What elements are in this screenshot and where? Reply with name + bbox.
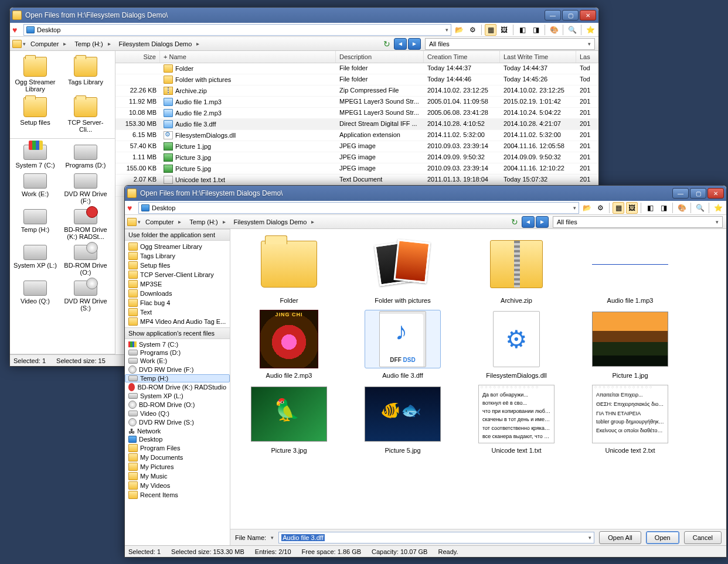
favorite-icon[interactable]: ♥	[12, 25, 22, 35]
thumb-item[interactable]: Απαιτείται Επιχειρ...ΘΕΣΗ: Επιχειρησιακό…	[577, 385, 683, 454]
table-row[interactable]: FolderFile folderToday 14:44:37Today 14:…	[115, 63, 598, 74]
quick-folder-item[interactable]: Tags Library	[60, 54, 111, 95]
search-icon[interactable]: 🔍	[694, 202, 706, 214]
drive-item[interactable]: BD-ROM Drive (K:) RADSt...	[60, 207, 111, 242]
tree-item[interactable]: Tags Library	[125, 251, 230, 261]
refresh-icon[interactable]: ↻	[508, 216, 521, 228]
places-item[interactable]: My Videos	[125, 481, 230, 490]
close-button[interactable]: ✕	[580, 10, 596, 20]
quick-folder-item[interactable]: Ogg Streamer Library	[10, 54, 60, 95]
chevron-down-icon[interactable]: ▾	[573, 205, 576, 211]
open-folder-icon[interactable]: 📂	[453, 24, 465, 36]
filename-input[interactable]: Audio file 3.dff ▾	[278, 532, 594, 544]
color-icon[interactable]: 🎨	[548, 24, 560, 36]
nav-fwd-button[interactable]: ►	[408, 38, 421, 50]
crumb-temp[interactable]: Temp (H:)	[186, 217, 229, 227]
maximize-button[interactable]: ▢	[690, 188, 706, 199]
tree-item[interactable]: MP3SE	[125, 279, 230, 289]
places-item[interactable]: Recent Items	[125, 490, 230, 500]
file-filter-combo[interactable]: All files ▾	[425, 38, 595, 50]
path-combo[interactable]: Desktop ▾	[23, 24, 451, 36]
places-item[interactable]: Video (Q:)	[125, 409, 230, 418]
gear-icon[interactable]: ⚙	[594, 202, 606, 214]
quick-folder-item[interactable]: TCP Server-Cli...	[60, 95, 111, 135]
thumb-item[interactable]: Folder with pictures	[350, 235, 455, 304]
minimize-button[interactable]: —	[545, 10, 561, 20]
tree-item[interactable]: MP4 Video And Audio Tag E...	[125, 317, 230, 326]
places-item[interactable]: My Pictures	[125, 462, 230, 471]
file-filter-combo[interactable]: All files ▾	[553, 216, 723, 228]
titlebar[interactable]: Open Files from H:\Filesystem Dialogs De…	[125, 186, 726, 201]
drive-item[interactable]: System XP (L:)	[10, 242, 60, 278]
places-item[interactable]: 🖧Network	[125, 427, 230, 435]
panel1-icon[interactable]: ◧	[516, 24, 528, 36]
places-item[interactable]: My Music	[125, 471, 230, 481]
thumb-item[interactable]: Audio file 1.mp3	[577, 235, 683, 304]
search-icon[interactable]: 🔍	[566, 24, 578, 36]
thumb-item[interactable]: ⚙FilesystemDialogs.dll	[464, 310, 569, 379]
view-details-icon[interactable]: ▦	[485, 24, 496, 36]
thumb-item[interactable]: Picture 5.jpg	[350, 385, 455, 454]
places-item[interactable]: Program Files	[125, 443, 230, 453]
cancel-button[interactable]: Cancel	[684, 531, 722, 544]
table-row[interactable]: 22.26 KBArchive.zipZip Compressed File20…	[115, 86, 598, 97]
open-button[interactable]: Open	[646, 531, 679, 544]
places-item[interactable]: Temp (H:)	[125, 374, 230, 382]
crumb-temp[interactable]: Temp (H:)	[71, 39, 114, 49]
thumbnail-grid[interactable]: FolderFolder with picturesArchive.zipAud…	[230, 229, 726, 529]
panel2-icon[interactable]: ◨	[530, 24, 542, 36]
places-item[interactable]: My Documents	[125, 453, 230, 462]
thumb-item[interactable]: Picture 1.jpg	[577, 310, 683, 379]
pane-header-app-folder[interactable]: Use folder the application sent	[125, 229, 230, 241]
table-row[interactable]: 155.00 KBPicture 5.jpgJPEG image2010.09.…	[115, 163, 598, 175]
star-icon[interactable]: ⭐	[712, 202, 724, 214]
thumb-item[interactable]: Picture 3.jpg	[236, 385, 342, 454]
places-item[interactable]: System XP (L:)	[125, 392, 230, 400]
drive-item[interactable]: Video (Q:)	[10, 278, 60, 314]
col-lastaccess[interactable]: Las	[576, 51, 598, 63]
crumb-folder[interactable]: Filesystem Dialogs Demo	[230, 217, 318, 227]
crumb-folder[interactable]: Filesystem Dialogs Demo	[115, 39, 203, 49]
thumb-item[interactable]: Да вот обнаружи...воткнул её в сво...что…	[464, 385, 569, 454]
drive-item[interactable]: System 7 (C:)	[10, 142, 60, 171]
table-row[interactable]: 6.15 MBFilesystemDialogs.dllApplication …	[115, 130, 598, 141]
col-size[interactable]: Size	[115, 51, 160, 63]
tree-item[interactable]: Text	[125, 307, 230, 317]
table-row[interactable]: 10.08 MBAudio file 2.mp3MPEG1 Layer3 Sou…	[115, 108, 598, 119]
minimize-button[interactable]: —	[672, 188, 689, 199]
table-row[interactable]: 153.30 MBAudio file 3.dffDirect Stream D…	[115, 119, 598, 130]
chevron-down-icon[interactable]: ▾	[445, 27, 448, 33]
places-item[interactable]: BD-ROM Drive (K:) RADStudio	[125, 382, 230, 392]
places-item[interactable]: Work (E:)	[125, 357, 230, 365]
drive-item[interactable]: DVD RW Drive (F:)	[60, 171, 111, 207]
col-lastwrite[interactable]: Last Write Time	[500, 51, 576, 63]
places-item[interactable]: DVD RW Drive (F:)	[125, 365, 230, 374]
col-desc[interactable]: Description	[336, 51, 424, 63]
drive-item[interactable]: BD-ROM Drive (O:)	[60, 242, 111, 278]
refresh-icon[interactable]: ↻	[380, 38, 393, 50]
crumb-computer[interactable]: Computer	[142, 217, 185, 227]
color-icon[interactable]: 🎨	[676, 202, 688, 214]
star-icon[interactable]: ⭐	[584, 24, 596, 36]
maximize-button[interactable]: ▢	[562, 10, 579, 20]
nav-fwd-button[interactable]: ►	[536, 216, 549, 228]
table-row[interactable]: 1.11 MBPicture 3.jpgJPEG image2014.09.09…	[115, 152, 598, 163]
column-headers[interactable]: Size + Name Description Creation Time La…	[115, 51, 598, 63]
drive-item[interactable]: Work (E:)	[10, 171, 60, 207]
panel2-icon[interactable]: ◨	[658, 202, 669, 214]
pane-header-recent[interactable]: Show application's recent files	[125, 327, 230, 339]
places-item[interactable]: Desktop	[125, 435, 230, 443]
table-row[interactable]: 11.92 MBAudio file 1.mp3MPEG1 Layer3 Sou…	[115, 97, 598, 108]
col-creation[interactable]: Creation Time	[424, 51, 500, 63]
thumb-item[interactable]: ♪DFF DSDAudio file 3.dff	[350, 310, 455, 379]
drive-item[interactable]: Programs (D:)	[60, 142, 111, 171]
tree-item[interactable]: Ogg Streamer Library	[125, 242, 230, 251]
drive-item[interactable]: DVD RW Drive (S:)	[60, 278, 111, 314]
places-item[interactable]: DVD RW Drive (S:)	[125, 418, 230, 427]
drive-item[interactable]: Temp (H:)	[10, 207, 60, 242]
view-details-icon[interactable]: ▦	[613, 202, 624, 214]
chevron-down-icon[interactable]: ▾	[271, 535, 274, 541]
nav-back-button[interactable]: ◄	[522, 216, 535, 228]
favorite-icon[interactable]: ♥	[127, 203, 137, 213]
titlebar[interactable]: Open Files from H:\Filesystem Dialogs De…	[10, 8, 598, 23]
